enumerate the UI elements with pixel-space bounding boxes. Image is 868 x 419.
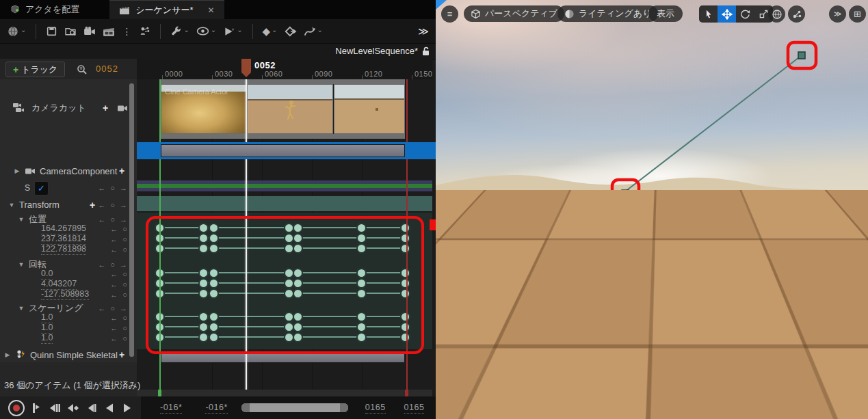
render-movie-button[interactable] bbox=[103, 26, 115, 37]
viewport-menu-button[interactable]: ≡ bbox=[441, 5, 458, 23]
more-options-icon[interactable]: ⋮ bbox=[122, 26, 131, 37]
close-icon[interactable]: ✕ bbox=[208, 5, 215, 15]
cine-camera-section-bar[interactable] bbox=[161, 144, 405, 157]
set-start-marker-button[interactable] bbox=[31, 403, 41, 414]
scale-x-value[interactable]: 1.0 bbox=[41, 312, 53, 323]
path-keyframe-square[interactable] bbox=[456, 287, 462, 294]
keyframe-nav[interactable]: ← ○ bbox=[110, 314, 129, 322]
keyframe-nav[interactable]: ← ○ → bbox=[98, 184, 129, 192]
track-row-skeletal[interactable]: ▶ Quinn Simple Skeletal + bbox=[0, 347, 137, 362]
world-button[interactable]: ⌄ bbox=[7, 25, 26, 38]
curve-editor-button[interactable]: ⌄ bbox=[304, 26, 323, 37]
expand-icon[interactable]: ▶ bbox=[4, 351, 11, 358]
add-component-track-icon[interactable]: + bbox=[119, 165, 124, 176]
keyframe-nav[interactable]: ← ○ → bbox=[98, 260, 129, 269]
camera-cut-thumbnail-3[interactable] bbox=[334, 84, 405, 134]
snapping-button[interactable] bbox=[788, 5, 805, 23]
keyframe-nav[interactable]: ← ○ → bbox=[98, 304, 129, 312]
viewport[interactable]: Z X Y ≡ パースペクティブ ライティングあり 表示 bbox=[436, 0, 868, 419]
path-keyframe-square[interactable] bbox=[622, 224, 629, 231]
value-row-position-z[interactable]: 122.781898 ← ○ bbox=[0, 244, 137, 254]
previous-key-button[interactable] bbox=[67, 403, 79, 414]
track-row-spawned[interactable]: S ✓ ← ○ → bbox=[0, 180, 137, 196]
horizontal-scrollbar[interactable] bbox=[241, 403, 348, 412]
view-start-field[interactable]: -016* bbox=[205, 403, 227, 414]
spawned-checkbox[interactable]: ✓ bbox=[34, 181, 49, 195]
add-skeletal-track-icon[interactable]: + bbox=[119, 349, 124, 360]
scale-z-value[interactable]: 1.0 bbox=[41, 333, 53, 344]
collapse-icon[interactable]: ▼ bbox=[18, 305, 25, 312]
browse-button[interactable] bbox=[64, 25, 77, 37]
value-row-scale-y[interactable]: 1.0 ← ○ bbox=[0, 323, 137, 333]
vertical-scrollbar[interactable] bbox=[129, 83, 134, 357]
gizmo-y-arrow[interactable] bbox=[482, 271, 522, 286]
keyframe-options-button[interactable]: ◆ ⌄ bbox=[263, 25, 278, 38]
lighting-button[interactable]: ライティングあり bbox=[557, 5, 658, 22]
add-track-button[interactable]: + トラック bbox=[5, 62, 65, 77]
add-camera-cut-icon[interactable]: + bbox=[103, 103, 108, 113]
spawned-track-stripe[interactable] bbox=[137, 188, 432, 191]
range-start-field[interactable]: -016* bbox=[160, 403, 182, 414]
camera-cut-section-top[interactable] bbox=[161, 79, 405, 84]
range-end-field[interactable]: 0165 bbox=[404, 403, 425, 414]
search-icon[interactable] bbox=[77, 64, 88, 75]
keyframe-nav[interactable]: ← ○ → bbox=[98, 215, 129, 224]
view-end-field[interactable]: 0165 bbox=[365, 403, 386, 414]
sequence-name[interactable]: NewLevelSequence* bbox=[335, 46, 418, 56]
toolbar-overflow-button[interactable]: ≫ bbox=[829, 5, 846, 23]
sequence-actions-button[interactable] bbox=[138, 25, 150, 37]
transform-track-band[interactable] bbox=[137, 196, 432, 211]
keyframe-nav[interactable]: ← ○ → bbox=[98, 201, 129, 209]
expand-icon[interactable]: ▶ bbox=[14, 167, 21, 174]
auto-key-button[interactable] bbox=[285, 26, 297, 37]
keyframe-nav[interactable]: ← ○ bbox=[110, 290, 129, 299]
camera-cut-section-bottom[interactable] bbox=[161, 134, 405, 139]
tab-place-actors[interactable]: アクタを配置 bbox=[0, 0, 89, 19]
timeline-area[interactable]: Cine Camera Actor bbox=[137, 79, 432, 396]
tab-sequencer[interactable]: シーケンサー* ✕ bbox=[109, 0, 224, 19]
position-z-value[interactable]: 122.781898 bbox=[41, 244, 86, 255]
track-row-transform[interactable]: ▼ Transform + ← ○ → bbox=[0, 197, 137, 213]
scale-y-value[interactable]: 1.0 bbox=[41, 323, 53, 334]
value-row-rotation-z[interactable]: -127.508983 ← ○ bbox=[0, 289, 137, 299]
collapse-icon[interactable]: ▼ bbox=[18, 216, 25, 223]
camera-cut-thumbnail-1[interactable]: Cine Camera Actor bbox=[161, 84, 247, 134]
playback-options-button[interactable]: ⌄ bbox=[223, 26, 242, 37]
select-tool-button[interactable] bbox=[699, 5, 718, 23]
value-row-scale-x[interactable]: 1.0 ← ○ bbox=[0, 312, 137, 323]
rotation-x-value[interactable]: 0.0 bbox=[41, 269, 53, 280]
perspective-button[interactable]: パースペクティブ bbox=[464, 5, 564, 22]
track-row-camera-component[interactable]: ▶ CameraComponent + bbox=[0, 163, 137, 179]
create-camera-button[interactable] bbox=[83, 26, 96, 37]
timeline-ruler[interactable]: 000000300060009001200150 0052 bbox=[137, 59, 432, 79]
keyframe-nav[interactable]: ← ○ bbox=[110, 334, 129, 342]
value-row-scale-z[interactable]: 1.0 ← ○ bbox=[0, 333, 137, 343]
position-x-value[interactable]: 164.267895 bbox=[41, 224, 86, 234]
add-transform-key-icon[interactable]: + bbox=[90, 200, 95, 211]
path-keyframe-square[interactable] bbox=[622, 190, 629, 197]
keyframe-nav[interactable]: ← ○ bbox=[110, 280, 129, 288]
value-row-position-x[interactable]: 164.267895 ← ○ bbox=[0, 224, 137, 234]
play-button[interactable] bbox=[122, 403, 133, 414]
world-space-button[interactable] bbox=[768, 5, 785, 23]
camera-icon[interactable] bbox=[116, 103, 129, 113]
save-button[interactable] bbox=[46, 25, 57, 37]
path-keyframe-square[interactable] bbox=[542, 247, 549, 253]
settings-wrench-button[interactable]: ⌄ bbox=[170, 25, 189, 37]
keyframe-nav[interactable]: ← ○ bbox=[110, 235, 129, 243]
position-y-value[interactable]: 237.361814 bbox=[41, 234, 86, 245]
keyframe-nav[interactable]: ← ○ bbox=[110, 245, 129, 254]
keyframe-nav[interactable]: ← ○ bbox=[110, 225, 129, 233]
move-tool-button[interactable] bbox=[718, 5, 736, 23]
record-button[interactable] bbox=[8, 400, 25, 416]
collapse-icon[interactable]: ▼ bbox=[18, 261, 25, 268]
range-start-mark[interactable] bbox=[158, 390, 161, 396]
value-row-rotation-y[interactable]: 4.043207 ← ○ bbox=[0, 279, 137, 289]
keyframe-nav[interactable]: ← ○ bbox=[110, 270, 129, 278]
step-back-button[interactable] bbox=[86, 403, 97, 414]
collapse-icon[interactable]: ▼ bbox=[8, 202, 15, 208]
path-keyframe-square[interactable] bbox=[798, 52, 805, 59]
rotation-y-value[interactable]: 4.043207 bbox=[41, 279, 77, 290]
maximize-viewport-button[interactable]: ⊞ bbox=[849, 5, 866, 23]
playhead-marker[interactable] bbox=[241, 59, 252, 78]
